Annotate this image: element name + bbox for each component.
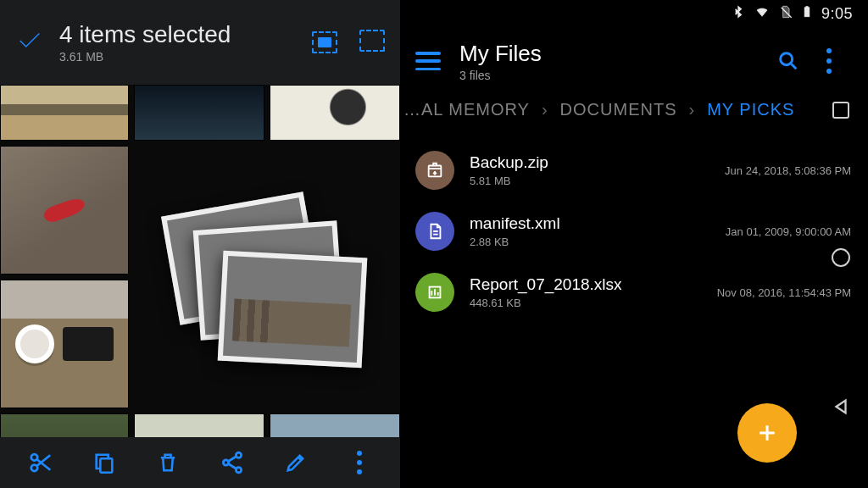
thumbnail[interactable] [0,146,129,274]
svg-point-1 [31,465,37,472]
file-row[interactable]: Report_07_2018.xlsx 448.61 KB Nov 08, 20… [415,262,868,323]
file-size: 448.61 KB [470,297,675,309]
file-size: 5.81 MB [470,175,675,187]
breadcrumb-item[interactable]: DOCUMENTS [560,100,677,119]
document-icon [415,212,454,251]
svg-point-8 [781,53,793,65]
edit-button[interactable] [277,444,314,481]
select-all-icon[interactable] [312,31,337,53]
chevron-right-icon: › [688,100,695,119]
files-appbar: My Files 3 files [400,27,868,95]
sim-icon [779,4,793,24]
breadcrumb: …AL MEMORY › DOCUMENTS › MY PICKS [400,95,868,140]
search-button[interactable] [768,49,809,73]
gallery-pane: 4 items selected 3.61 MB [0,0,400,488]
chevron-right-icon: › [542,100,548,119]
file-name: Report_07_2018.xlsx [470,275,675,294]
appbar-title-block: My Files 3 files [459,41,768,82]
selection-size: 3.61 MB [59,50,312,64]
page-subtitle: 3 files [459,69,768,82]
selection-title: 4 items selected [59,21,312,48]
copy-button[interactable] [86,444,123,481]
gallery-grid [0,85,400,488]
file-row[interactable]: Backup.zip 5.81 MB Jun 24, 2018, 5:08:36… [415,140,868,201]
wifi-icon [754,5,771,23]
confirm-selection-icon[interactable] [15,26,44,58]
recents-nav-icon[interactable] [832,102,849,119]
svg-rect-6 [804,7,810,16]
thumbnail[interactable] [270,85,400,141]
spreadsheet-icon [415,273,454,312]
select-inverse-icon[interactable] [363,33,385,52]
svg-rect-7 [806,6,808,7]
stack-card [218,251,368,369]
selection-summary: 4 items selected 3.61 MB [59,21,312,64]
thumbnail[interactable] [0,85,129,141]
delete-button[interactable] [149,444,186,481]
thumbnail[interactable] [134,85,264,141]
file-name: manifest.xml [470,214,675,233]
file-list: Backup.zip 5.81 MB Jun 24, 2018, 5:08:36… [400,140,868,488]
add-fab[interactable] [737,403,797,463]
file-row[interactable]: manifest.xml 2.88 KB Jan 01, 2009, 9:00:… [415,201,868,262]
breadcrumb-item[interactable]: …AL MEMORY [403,100,530,119]
page-title: My Files [459,41,768,67]
cut-button[interactable] [22,444,59,481]
gallery-actionbar [0,437,400,488]
status-bar: 9:05 [400,0,868,27]
breadcrumb-current[interactable]: MY PICKS [707,100,794,119]
home-nav-icon[interactable] [832,248,850,267]
gallery-header: 4 items selected 3.61 MB [0,0,400,85]
back-nav-icon[interactable] [832,396,850,420]
share-button[interactable] [214,444,251,481]
more-button[interactable] [341,444,378,481]
file-name: Backup.zip [470,153,675,172]
file-size: 2.88 KB [470,236,675,248]
menu-button[interactable] [415,52,441,70]
svg-point-0 [31,454,37,461]
header-tools [312,31,385,53]
bluetooth-icon [732,4,745,24]
battery-icon [801,3,813,25]
system-nav [814,0,868,488]
files-pane: 9:05 My Files 3 files …AL MEMORY › DOCUM… [400,0,868,488]
archive-icon [415,151,454,190]
svg-rect-2 [100,458,112,472]
selected-stack[interactable] [170,203,364,407]
thumbnail[interactable] [0,280,129,408]
